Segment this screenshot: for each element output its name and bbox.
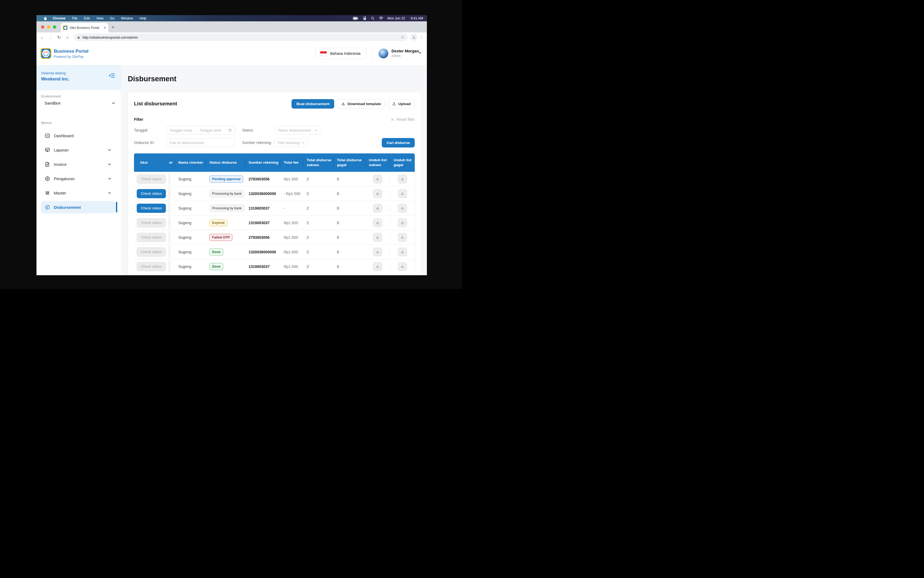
buat-disbursement-button[interactable]: Buat disbursement	[292, 99, 334, 109]
user-role: Admin	[391, 54, 401, 58]
menubar-item-window[interactable]: Window	[121, 16, 133, 20]
unduh-sukses-cell	[365, 172, 390, 186]
download-list-gagal-button[interactable]	[398, 262, 407, 271]
indonesia-flag-icon	[320, 51, 327, 56]
page-body: Selamat datang Weekend Inc. Environment …	[36, 65, 427, 275]
download-list-sukses-button[interactable]	[373, 262, 382, 271]
battery-icon[interactable]	[353, 16, 359, 20]
download-list-sukses-button[interactable]	[373, 175, 382, 183]
browser-profile-icon[interactable]	[411, 34, 417, 41]
download-list-gagal-button[interactable]	[398, 189, 407, 198]
date-range-input[interactable]: Tanggal mulai → Tanggal akhir	[166, 126, 235, 135]
sidebar-item-laporan[interactable]: Laporan	[41, 144, 115, 156]
environment-label: Environment	[41, 94, 61, 98]
check-status-button[interactable]: Check status	[137, 204, 166, 213]
disburse-id-input[interactable]: Cari ID disbursement	[166, 138, 235, 147]
menubar-item-file[interactable]: File	[72, 16, 77, 20]
download-list-gagal-button[interactable]	[398, 248, 407, 256]
column-header: Unduh list gagal	[390, 153, 415, 172]
user-menu-chevron-down-icon[interactable]	[418, 51, 422, 55]
sumber-rekening-cell: 1320036000009	[245, 245, 280, 259]
download-list-sukses-button[interactable]	[373, 248, 382, 256]
sumber-rekening-select[interactable]: Pilih rekening	[274, 138, 308, 147]
check-status-button[interactable]: Check status	[137, 233, 166, 242]
sidebar-item-master[interactable]: Master	[41, 187, 115, 199]
browser-tab[interactable]: Otto Business Portal ✕	[61, 23, 108, 32]
check-status-button[interactable]: Check status	[137, 218, 166, 227]
dashboard-icon	[45, 133, 50, 138]
download-icon	[375, 221, 380, 225]
download-list-gagal-button[interactable]	[398, 175, 407, 183]
nama-checker-cell: Sugeng	[175, 245, 206, 259]
user-avatar[interactable]	[378, 49, 388, 58]
menubar-item-view[interactable]: View	[96, 16, 104, 20]
unduh-gagal-cell	[390, 201, 415, 215]
total-disburse-sukses-cell: 2	[303, 259, 333, 274]
table-row: Check statusSugengProcessing by bank1319…	[134, 201, 415, 216]
menubar-item-help[interactable]: Help	[140, 16, 146, 20]
download-list-gagal-button[interactable]	[398, 204, 407, 212]
forward-button[interactable]: →	[47, 35, 55, 40]
column-header: Status disburse	[206, 153, 245, 172]
unduh-gagal-cell	[390, 187, 415, 201]
check-status-button[interactable]: Check status	[137, 262, 166, 271]
bookmark-star-icon[interactable]: ☆	[401, 35, 404, 40]
close-window-button[interactable]	[41, 25, 44, 29]
download-icon	[375, 177, 380, 181]
tab-close-icon[interactable]: ✕	[104, 26, 106, 30]
browser-menu-icon[interactable]: ⋮	[420, 35, 424, 40]
wifi-icon[interactable]	[379, 16, 383, 20]
sidebar-item-invoice[interactable]: Invoice	[41, 158, 115, 170]
brand-title: Business Portal	[54, 49, 89, 54]
environment-select[interactable]: Sandbox	[45, 101, 115, 106]
check-status-button[interactable]: Check status	[137, 174, 166, 183]
check-status-button[interactable]: Check status	[137, 189, 166, 198]
download-list-sukses-button[interactable]	[373, 204, 382, 212]
total-disburse-sukses-cell: 2	[303, 216, 333, 230]
language-selector[interactable]: Bahasa Indonesia	[315, 48, 367, 59]
download-list-gagal-button[interactable]	[398, 233, 407, 242]
zoom-window-button[interactable]	[53, 25, 56, 29]
table-header: AksierNama checkerStatus disburseSumber …	[134, 153, 415, 172]
download-list-sukses-button[interactable]	[373, 219, 382, 227]
download-icon	[375, 235, 380, 239]
sidebar-item-disbursement[interactable]: $ Disbursement	[41, 201, 115, 213]
new-tab-button[interactable]: +	[112, 24, 114, 30]
aksi-cell: Check status	[134, 259, 169, 274]
sidebar-item-dashboard[interactable]: Dashboard	[41, 129, 115, 142]
apple-icon[interactable]	[44, 16, 47, 21]
report-icon	[45, 147, 50, 153]
menubar-item-edit[interactable]: Edit	[84, 16, 90, 20]
nama-checker-cell: Sugeng	[175, 187, 206, 201]
status-cell: Done	[206, 259, 245, 274]
back-button[interactable]: ←	[38, 35, 47, 40]
sumber-rekening-cell: 2793003056	[245, 230, 280, 244]
home-button[interactable]: ⌂	[63, 35, 71, 40]
status-select[interactable]: Status disbursement	[274, 126, 321, 135]
chevron-down-icon	[107, 191, 112, 195]
upload-button[interactable]: Upload	[388, 99, 415, 109]
status-cell: Expired	[206, 216, 245, 230]
download-template-button[interactable]: Download template	[337, 99, 385, 109]
reset-filter-button[interactable]: Reset filter	[391, 117, 415, 122]
download-list-gagal-button[interactable]	[398, 219, 407, 227]
cari-disburse-button[interactable]: Cari disburse	[382, 138, 415, 148]
total-fee-cell: Rp1.500	[280, 216, 303, 230]
menubar-item-chrome[interactable]: Chrome	[53, 16, 65, 20]
download-list-sukses-button[interactable]	[373, 233, 382, 242]
sidebar-collapse-icon[interactable]	[109, 72, 115, 79]
table-row: Check statusSugengPending approval279300…	[134, 172, 415, 187]
control-center-icon[interactable]	[362, 16, 367, 20]
reload-button[interactable]: ↻	[55, 35, 63, 40]
check-status-button[interactable]: Check status	[137, 247, 166, 257]
download-list-sukses-button[interactable]	[373, 189, 382, 198]
status-badge: Pending approval	[209, 175, 243, 183]
address-bar[interactable]: http://ottobusinessportal.com/admin ☆	[74, 34, 408, 41]
minimize-window-button[interactable]	[47, 25, 50, 29]
search-icon[interactable]	[371, 16, 375, 20]
sidebar-item-pengaturan[interactable]: Pengaturan	[41, 172, 115, 185]
status-badge: Expired	[209, 219, 227, 226]
sumber-rekening-label: Sumber rekening:	[242, 140, 274, 145]
nama-checker-cell: Sugeng	[175, 201, 206, 215]
menubar-item-go[interactable]: Go	[110, 16, 115, 20]
